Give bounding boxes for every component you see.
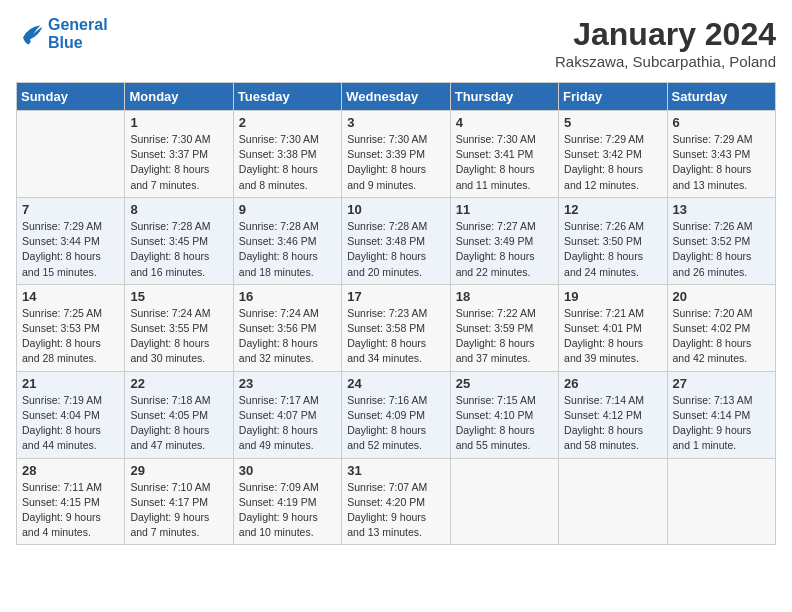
- header-saturday: Saturday: [667, 83, 775, 111]
- calendar-body: 1Sunrise: 7:30 AM Sunset: 3:37 PM Daylig…: [17, 111, 776, 545]
- logo: General Blue: [16, 16, 108, 51]
- day-number: 26: [564, 376, 661, 391]
- calendar-cell: 19Sunrise: 7:21 AM Sunset: 4:01 PM Dayli…: [559, 284, 667, 371]
- day-info: Sunrise: 7:19 AM Sunset: 4:04 PM Dayligh…: [22, 393, 119, 454]
- day-info: Sunrise: 7:26 AM Sunset: 3:50 PM Dayligh…: [564, 219, 661, 280]
- calendar-cell: [559, 458, 667, 545]
- week-row-2: 7Sunrise: 7:29 AM Sunset: 3:44 PM Daylig…: [17, 197, 776, 284]
- day-info: Sunrise: 7:11 AM Sunset: 4:15 PM Dayligh…: [22, 480, 119, 541]
- header-sunday: Sunday: [17, 83, 125, 111]
- day-number: 3: [347, 115, 444, 130]
- calendar-table: SundayMondayTuesdayWednesdayThursdayFrid…: [16, 82, 776, 545]
- logo-icon: [16, 20, 44, 48]
- calendar-cell: 7Sunrise: 7:29 AM Sunset: 3:44 PM Daylig…: [17, 197, 125, 284]
- day-number: 8: [130, 202, 227, 217]
- day-info: Sunrise: 7:23 AM Sunset: 3:58 PM Dayligh…: [347, 306, 444, 367]
- location-subtitle: Rakszawa, Subcarpathia, Poland: [555, 53, 776, 70]
- calendar-header-row: SundayMondayTuesdayWednesdayThursdayFrid…: [17, 83, 776, 111]
- day-info: Sunrise: 7:28 AM Sunset: 3:46 PM Dayligh…: [239, 219, 336, 280]
- day-info: Sunrise: 7:30 AM Sunset: 3:38 PM Dayligh…: [239, 132, 336, 193]
- day-number: 4: [456, 115, 553, 130]
- day-number: 25: [456, 376, 553, 391]
- day-number: 29: [130, 463, 227, 478]
- day-number: 6: [673, 115, 770, 130]
- day-number: 19: [564, 289, 661, 304]
- calendar-cell: 25Sunrise: 7:15 AM Sunset: 4:10 PM Dayli…: [450, 371, 558, 458]
- day-info: Sunrise: 7:29 AM Sunset: 3:43 PM Dayligh…: [673, 132, 770, 193]
- day-info: Sunrise: 7:21 AM Sunset: 4:01 PM Dayligh…: [564, 306, 661, 367]
- calendar-cell: 29Sunrise: 7:10 AM Sunset: 4:17 PM Dayli…: [125, 458, 233, 545]
- calendar-cell: 2Sunrise: 7:30 AM Sunset: 3:38 PM Daylig…: [233, 111, 341, 198]
- day-number: 5: [564, 115, 661, 130]
- week-row-1: 1Sunrise: 7:30 AM Sunset: 3:37 PM Daylig…: [17, 111, 776, 198]
- day-info: Sunrise: 7:30 AM Sunset: 3:37 PM Dayligh…: [130, 132, 227, 193]
- day-info: Sunrise: 7:28 AM Sunset: 3:48 PM Dayligh…: [347, 219, 444, 280]
- calendar-cell: [450, 458, 558, 545]
- calendar-cell: 27Sunrise: 7:13 AM Sunset: 4:14 PM Dayli…: [667, 371, 775, 458]
- day-info: Sunrise: 7:29 AM Sunset: 3:42 PM Dayligh…: [564, 132, 661, 193]
- calendar-cell: 31Sunrise: 7:07 AM Sunset: 4:20 PM Dayli…: [342, 458, 450, 545]
- calendar-cell: 22Sunrise: 7:18 AM Sunset: 4:05 PM Dayli…: [125, 371, 233, 458]
- day-number: 12: [564, 202, 661, 217]
- header-tuesday: Tuesday: [233, 83, 341, 111]
- day-info: Sunrise: 7:30 AM Sunset: 3:41 PM Dayligh…: [456, 132, 553, 193]
- day-number: 15: [130, 289, 227, 304]
- calendar-cell: 8Sunrise: 7:28 AM Sunset: 3:45 PM Daylig…: [125, 197, 233, 284]
- day-info: Sunrise: 7:14 AM Sunset: 4:12 PM Dayligh…: [564, 393, 661, 454]
- day-info: Sunrise: 7:16 AM Sunset: 4:09 PM Dayligh…: [347, 393, 444, 454]
- day-info: Sunrise: 7:30 AM Sunset: 3:39 PM Dayligh…: [347, 132, 444, 193]
- day-number: 1: [130, 115, 227, 130]
- day-info: Sunrise: 7:17 AM Sunset: 4:07 PM Dayligh…: [239, 393, 336, 454]
- day-info: Sunrise: 7:18 AM Sunset: 4:05 PM Dayligh…: [130, 393, 227, 454]
- day-number: 11: [456, 202, 553, 217]
- month-title: January 2024: [555, 16, 776, 53]
- day-number: 14: [22, 289, 119, 304]
- calendar-cell: 26Sunrise: 7:14 AM Sunset: 4:12 PM Dayli…: [559, 371, 667, 458]
- week-row-5: 28Sunrise: 7:11 AM Sunset: 4:15 PM Dayli…: [17, 458, 776, 545]
- header-monday: Monday: [125, 83, 233, 111]
- calendar-cell: 13Sunrise: 7:26 AM Sunset: 3:52 PM Dayli…: [667, 197, 775, 284]
- calendar-cell: 12Sunrise: 7:26 AM Sunset: 3:50 PM Dayli…: [559, 197, 667, 284]
- day-number: 22: [130, 376, 227, 391]
- day-info: Sunrise: 7:10 AM Sunset: 4:17 PM Dayligh…: [130, 480, 227, 541]
- logo-text: General Blue: [48, 16, 108, 51]
- day-info: Sunrise: 7:27 AM Sunset: 3:49 PM Dayligh…: [456, 219, 553, 280]
- calendar-cell: 30Sunrise: 7:09 AM Sunset: 4:19 PM Dayli…: [233, 458, 341, 545]
- day-info: Sunrise: 7:25 AM Sunset: 3:53 PM Dayligh…: [22, 306, 119, 367]
- day-info: Sunrise: 7:26 AM Sunset: 3:52 PM Dayligh…: [673, 219, 770, 280]
- day-info: Sunrise: 7:24 AM Sunset: 3:55 PM Dayligh…: [130, 306, 227, 367]
- calendar-cell: 3Sunrise: 7:30 AM Sunset: 3:39 PM Daylig…: [342, 111, 450, 198]
- day-number: 20: [673, 289, 770, 304]
- calendar-cell: 24Sunrise: 7:16 AM Sunset: 4:09 PM Dayli…: [342, 371, 450, 458]
- calendar-cell: 20Sunrise: 7:20 AM Sunset: 4:02 PM Dayli…: [667, 284, 775, 371]
- day-number: 2: [239, 115, 336, 130]
- calendar-cell: 28Sunrise: 7:11 AM Sunset: 4:15 PM Dayli…: [17, 458, 125, 545]
- day-number: 16: [239, 289, 336, 304]
- week-row-4: 21Sunrise: 7:19 AM Sunset: 4:04 PM Dayli…: [17, 371, 776, 458]
- day-info: Sunrise: 7:24 AM Sunset: 3:56 PM Dayligh…: [239, 306, 336, 367]
- header-friday: Friday: [559, 83, 667, 111]
- day-info: Sunrise: 7:07 AM Sunset: 4:20 PM Dayligh…: [347, 480, 444, 541]
- day-number: 18: [456, 289, 553, 304]
- day-number: 30: [239, 463, 336, 478]
- calendar-cell: 21Sunrise: 7:19 AM Sunset: 4:04 PM Dayli…: [17, 371, 125, 458]
- day-info: Sunrise: 7:28 AM Sunset: 3:45 PM Dayligh…: [130, 219, 227, 280]
- calendar-cell: 18Sunrise: 7:22 AM Sunset: 3:59 PM Dayli…: [450, 284, 558, 371]
- day-info: Sunrise: 7:20 AM Sunset: 4:02 PM Dayligh…: [673, 306, 770, 367]
- calendar-cell: 14Sunrise: 7:25 AM Sunset: 3:53 PM Dayli…: [17, 284, 125, 371]
- calendar-cell: 17Sunrise: 7:23 AM Sunset: 3:58 PM Dayli…: [342, 284, 450, 371]
- calendar-cell: 4Sunrise: 7:30 AM Sunset: 3:41 PM Daylig…: [450, 111, 558, 198]
- day-info: Sunrise: 7:22 AM Sunset: 3:59 PM Dayligh…: [456, 306, 553, 367]
- calendar-cell: 11Sunrise: 7:27 AM Sunset: 3:49 PM Dayli…: [450, 197, 558, 284]
- week-row-3: 14Sunrise: 7:25 AM Sunset: 3:53 PM Dayli…: [17, 284, 776, 371]
- header-thursday: Thursday: [450, 83, 558, 111]
- calendar-cell: 23Sunrise: 7:17 AM Sunset: 4:07 PM Dayli…: [233, 371, 341, 458]
- day-number: 21: [22, 376, 119, 391]
- day-number: 23: [239, 376, 336, 391]
- day-info: Sunrise: 7:09 AM Sunset: 4:19 PM Dayligh…: [239, 480, 336, 541]
- calendar-cell: 10Sunrise: 7:28 AM Sunset: 3:48 PM Dayli…: [342, 197, 450, 284]
- day-number: 9: [239, 202, 336, 217]
- day-info: Sunrise: 7:13 AM Sunset: 4:14 PM Dayligh…: [673, 393, 770, 454]
- page-header: General Blue January 2024 Rakszawa, Subc…: [16, 16, 776, 70]
- day-info: Sunrise: 7:15 AM Sunset: 4:10 PM Dayligh…: [456, 393, 553, 454]
